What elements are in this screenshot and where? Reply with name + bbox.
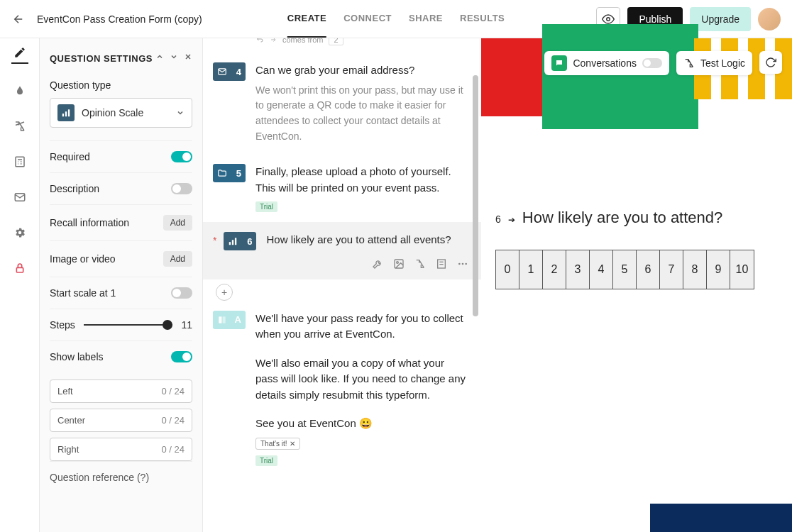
label-right-input[interactable]: Right0 / 24: [50, 438, 192, 461]
chat-icon: [551, 55, 567, 71]
qtype-select[interactable]: Opinion Scale: [50, 98, 192, 128]
question-body: See you at EventCon 😀: [255, 416, 468, 432]
tab-create[interactable]: CREATE: [287, 0, 326, 38]
settings-heading: QUESTION SETTINGS: [50, 52, 153, 65]
settings-prev-icon[interactable]: [155, 52, 164, 61]
rail-followups-icon[interactable]: [11, 189, 28, 206]
svg-point-19: [397, 261, 399, 263]
question-item-6[interactable]: * 6 How likely are you to attend all eve…: [203, 222, 481, 279]
scale-option[interactable]: 3: [566, 250, 590, 289]
qtype-label: Question type: [50, 79, 192, 91]
form-title: EventCon Pass Creation Form (copy): [37, 13, 202, 25]
showlabels-toggle[interactable]: [171, 351, 192, 362]
rail-design-icon[interactable]: [11, 82, 28, 99]
add-question-button[interactable]: +: [216, 284, 233, 301]
opinion-scale: 0 1 2 3 4 5 6 7 8 9 10: [495, 250, 754, 289]
media-label: Image or video: [50, 253, 116, 265]
refresh-icon: [765, 57, 776, 68]
back-button[interactable]: [11, 12, 26, 26]
test-logic-button[interactable]: Test Logic: [676, 51, 752, 75]
media-add-button[interactable]: Add: [163, 251, 192, 267]
question-reference-label[interactable]: Question reference (?): [50, 461, 192, 493]
tab-results[interactable]: RESULTS: [460, 0, 505, 38]
refresh-button[interactable]: [759, 51, 782, 74]
svg-point-0: [607, 17, 610, 21]
rail-calculator-icon[interactable]: [11, 153, 28, 170]
tool-more-icon[interactable]: [457, 258, 468, 270]
folder-icon: [217, 168, 227, 178]
scale-option[interactable]: 7: [660, 250, 683, 289]
scale-option[interactable]: 9: [707, 250, 730, 289]
preview-decoration: [481, 38, 792, 116]
question-badge-file: 5: [213, 164, 246, 182]
tool-wrench-icon[interactable]: [372, 258, 383, 270]
steps-value: 11: [181, 319, 192, 331]
scale-option[interactable]: 10: [730, 250, 754, 289]
close-icon[interactable]: ✕: [290, 440, 295, 448]
description-toggle[interactable]: [171, 183, 192, 194]
rail-logic-icon[interactable]: [11, 118, 28, 135]
email-icon: [217, 67, 227, 77]
recall-label: Recall information: [50, 217, 129, 228]
scale-option[interactable]: 2: [543, 250, 566, 289]
question-item-ending[interactable]: A We'll have your pass ready for you to …: [203, 301, 481, 476]
return-icon: [255, 38, 264, 44]
svg-rect-26: [219, 316, 221, 323]
arrow-right-icon: ➔: [508, 215, 515, 225]
questions-panel: comes from 2 4 Can we grab your email ad…: [203, 38, 481, 532]
svg-rect-16: [232, 240, 233, 245]
settings-close-icon[interactable]: [184, 52, 192, 61]
scale-option[interactable]: 5: [613, 250, 637, 289]
startat1-toggle[interactable]: [171, 287, 192, 299]
required-toggle[interactable]: [171, 151, 192, 162]
label-left-input[interactable]: Left0 / 24: [50, 379, 192, 403]
tool-calculator-icon[interactable]: [436, 258, 447, 270]
scale-option[interactable]: 1: [519, 250, 543, 289]
chevron-down-icon: [176, 109, 185, 117]
ending-icon: [217, 315, 227, 325]
scale-option[interactable]: 4: [590, 250, 613, 289]
logic-comes-from: comes from 2: [203, 38, 481, 45]
scale-option[interactable]: 0: [496, 250, 519, 289]
preview-footer-block: [650, 504, 792, 532]
avatar[interactable]: [758, 8, 781, 31]
question-title: How likely are you to attend all events?: [266, 232, 468, 248]
steps-slider[interactable]: [84, 324, 173, 326]
svg-rect-10: [16, 267, 23, 272]
svg-rect-15: [229, 242, 231, 245]
label-center-input[interactable]: Center0 / 24: [50, 409, 192, 432]
required-indicator: *: [213, 235, 216, 270]
scrollbar[interactable]: [473, 38, 480, 532]
eye-icon: [602, 13, 615, 26]
upgrade-button[interactable]: Upgrade: [690, 7, 751, 31]
settings-panel: QUESTION SETTINGS Question type Opinion …: [40, 38, 203, 532]
question-description: We won't print this on your pass, but ma…: [255, 83, 468, 145]
arrow-right-icon: [270, 38, 277, 43]
tool-logic-icon[interactable]: [414, 258, 426, 270]
preview-question-text: How likely are you to attend?: [522, 209, 723, 227]
sidebar-rail: [0, 38, 40, 532]
tab-connect[interactable]: CONNECT: [343, 0, 392, 38]
svg-rect-13: [68, 110, 70, 117]
svg-point-24: [462, 262, 464, 265]
question-title: We'll have your pass ready for you to co…: [255, 311, 468, 343]
rail-lock-icon[interactable]: [11, 260, 28, 277]
scale-option[interactable]: 8: [683, 250, 707, 289]
rail-settings-icon[interactable]: [11, 224, 28, 241]
thatsit-badge[interactable]: That's it!✕: [255, 438, 300, 450]
question-item-4[interactable]: 4 Can we grab your email address? We won…: [203, 52, 481, 154]
steps-label: Steps: [50, 319, 75, 331]
question-body: We'll also email you a copy of what your…: [255, 355, 468, 404]
conversations-toggle[interactable]: [642, 58, 662, 68]
svg-rect-11: [62, 113, 64, 116]
svg-rect-17: [235, 238, 236, 245]
recall-add-button[interactable]: Add: [163, 215, 192, 231]
rail-edit-icon[interactable]: [11, 47, 28, 64]
scale-option[interactable]: 6: [637, 250, 660, 289]
settings-next-icon[interactable]: [170, 52, 178, 61]
tab-share[interactable]: SHARE: [409, 0, 443, 38]
preview-question-number: 6: [495, 214, 501, 225]
question-item-5[interactable]: 5 Finally, please upload a photo of your…: [203, 154, 481, 222]
conversations-pill[interactable]: Conversations: [544, 51, 669, 75]
tool-image-icon[interactable]: [393, 258, 405, 270]
